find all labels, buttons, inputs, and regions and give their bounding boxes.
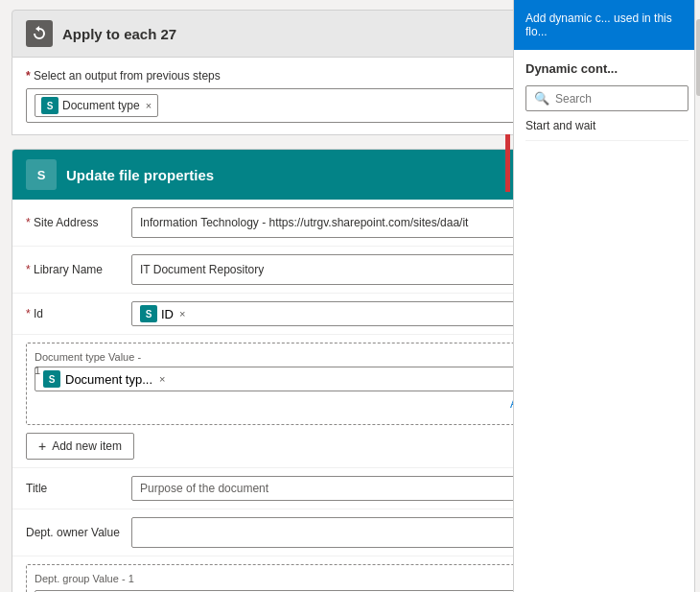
doc-type-chip-label: Document typ... xyxy=(65,372,152,387)
right-panel-top: Add dynamic c... used in this flo... xyxy=(514,0,700,50)
doc-type-chip-icon: S xyxy=(43,370,60,388)
dynamic-content-title: Dynamic cont... xyxy=(525,61,688,76)
id-label: Id xyxy=(26,307,131,320)
search-icon: 🔍 xyxy=(534,91,549,106)
apply-each-icon xyxy=(26,20,53,47)
title-label: Title xyxy=(26,482,131,495)
tag-chip-icon: S xyxy=(41,97,58,114)
red-bar-indicator xyxy=(505,134,510,192)
doc-type-chip-close[interactable]: × xyxy=(159,373,165,385)
scrollbar-thumb[interactable] xyxy=(696,19,700,96)
doc-type-row-number: 1 xyxy=(35,365,40,376)
add-new-item-button[interactable]: + Add new item xyxy=(26,433,134,460)
right-panel: Add dynamic c... used in this flo... Dyn… xyxy=(513,0,700,592)
add-new-item-plus: + xyxy=(38,438,46,454)
search-input[interactable] xyxy=(555,92,680,106)
start-and-wait-item[interactable]: Start and wait xyxy=(525,111,688,141)
right-panel-top-text: Add dynamic c... used in this flo... xyxy=(525,12,688,38)
tag-chip-label: Document type xyxy=(62,99,140,112)
id-chip-icon: S xyxy=(140,305,157,322)
add-new-item-label: Add new item xyxy=(52,439,122,453)
id-close-btn[interactable]: × xyxy=(179,308,185,320)
document-type-tag: S Document type × xyxy=(35,94,158,117)
dept-owner-label: Dept. owner Value xyxy=(26,526,131,539)
id-chip-label: ID xyxy=(161,307,174,321)
right-scrollbar xyxy=(694,0,700,592)
update-card-sharepoint-icon: S xyxy=(26,159,57,190)
start-wait-label: Start and wait xyxy=(525,119,595,132)
library-name-label: Library Name xyxy=(26,263,131,276)
tag-close-btn[interactable]: × xyxy=(146,100,152,111)
right-panel-body: Dynamic cont... 🔍 Start and wait xyxy=(514,50,700,592)
dynamic-search-box[interactable]: 🔍 xyxy=(525,85,688,111)
site-address-label: Site Address xyxy=(26,216,131,229)
